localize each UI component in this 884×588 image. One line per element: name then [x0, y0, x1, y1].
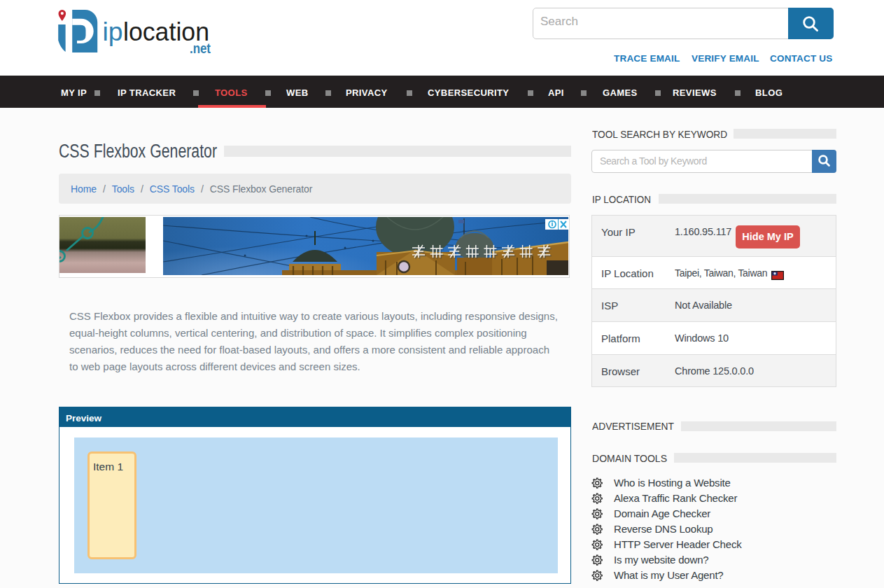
svg-text:TOOL SEARCH BY KEYWORD: TOOL SEARCH BY KEYWORD — [592, 129, 727, 140]
svg-text:DOMAIN TOOLS: DOMAIN TOOLS — [592, 453, 667, 464]
svg-text:ip: ip — [103, 18, 123, 46]
svg-text:ADVERTISEMENT: ADVERTISEMENT — [592, 421, 674, 432]
svg-text:.net: .net — [190, 40, 211, 56]
svg-text:CSS Flexbox Generator: CSS Flexbox Generator — [59, 141, 217, 162]
svg-text:IP LOCATION: IP LOCATION — [592, 194, 651, 205]
